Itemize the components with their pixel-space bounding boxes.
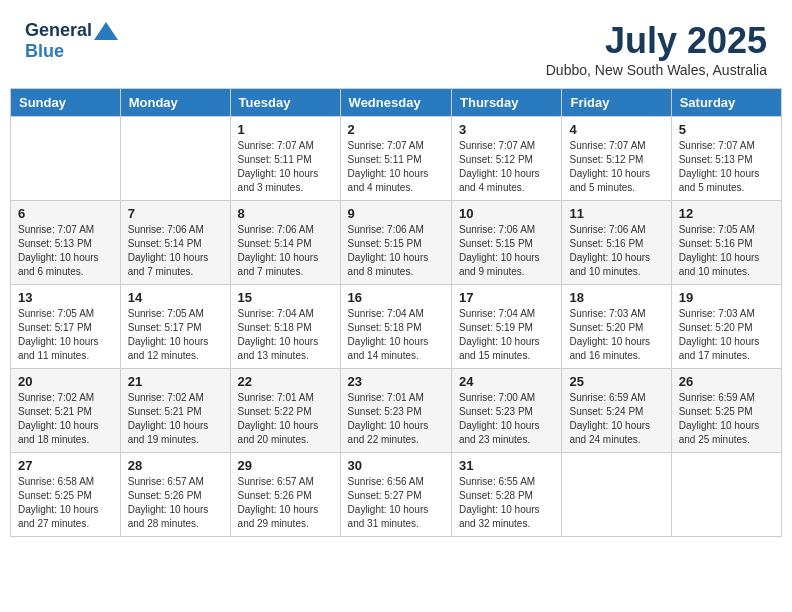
day-number: 10 [459,206,554,221]
day-info: Sunrise: 7:01 AM Sunset: 5:23 PM Dayligh… [348,391,444,447]
day-number: 8 [238,206,333,221]
logo: General Blue [25,20,118,62]
day-info: Sunrise: 6:56 AM Sunset: 5:27 PM Dayligh… [348,475,444,531]
header-thursday: Thursday [452,89,562,117]
calendar-cell [562,453,671,537]
calendar-cell: 10Sunrise: 7:06 AM Sunset: 5:15 PM Dayli… [452,201,562,285]
day-number: 3 [459,122,554,137]
day-info: Sunrise: 7:00 AM Sunset: 5:23 PM Dayligh… [459,391,554,447]
day-number: 19 [679,290,774,305]
calendar-cell: 29Sunrise: 6:57 AM Sunset: 5:26 PM Dayli… [230,453,340,537]
calendar-week-row: 6Sunrise: 7:07 AM Sunset: 5:13 PM Daylig… [11,201,782,285]
calendar-cell: 12Sunrise: 7:05 AM Sunset: 5:16 PM Dayli… [671,201,781,285]
day-info: Sunrise: 7:06 AM Sunset: 5:14 PM Dayligh… [128,223,223,279]
day-info: Sunrise: 7:03 AM Sunset: 5:20 PM Dayligh… [679,307,774,363]
calendar-cell: 13Sunrise: 7:05 AM Sunset: 5:17 PM Dayli… [11,285,121,369]
calendar-cell: 18Sunrise: 7:03 AM Sunset: 5:20 PM Dayli… [562,285,671,369]
month-title: July 2025 [546,20,767,62]
calendar-cell: 1Sunrise: 7:07 AM Sunset: 5:11 PM Daylig… [230,117,340,201]
calendar-cell: 14Sunrise: 7:05 AM Sunset: 5:17 PM Dayli… [120,285,230,369]
header-sunday: Sunday [11,89,121,117]
calendar-cell: 25Sunrise: 6:59 AM Sunset: 5:24 PM Dayli… [562,369,671,453]
calendar-cell: 28Sunrise: 6:57 AM Sunset: 5:26 PM Dayli… [120,453,230,537]
day-number: 29 [238,458,333,473]
calendar-cell: 17Sunrise: 7:04 AM Sunset: 5:19 PM Dayli… [452,285,562,369]
day-number: 23 [348,374,444,389]
calendar-week-row: 27Sunrise: 6:58 AM Sunset: 5:25 PM Dayli… [11,453,782,537]
header-saturday: Saturday [671,89,781,117]
day-number: 26 [679,374,774,389]
day-number: 11 [569,206,663,221]
day-number: 5 [679,122,774,137]
calendar-cell: 7Sunrise: 7:06 AM Sunset: 5:14 PM Daylig… [120,201,230,285]
day-number: 31 [459,458,554,473]
day-info: Sunrise: 7:05 AM Sunset: 5:17 PM Dayligh… [128,307,223,363]
day-number: 6 [18,206,113,221]
day-info: Sunrise: 7:02 AM Sunset: 5:21 PM Dayligh… [18,391,113,447]
day-info: Sunrise: 7:07 AM Sunset: 5:12 PM Dayligh… [459,139,554,195]
day-number: 18 [569,290,663,305]
day-number: 2 [348,122,444,137]
day-info: Sunrise: 6:55 AM Sunset: 5:28 PM Dayligh… [459,475,554,531]
svg-marker-0 [94,22,118,40]
day-number: 27 [18,458,113,473]
calendar-cell: 23Sunrise: 7:01 AM Sunset: 5:23 PM Dayli… [340,369,451,453]
day-info: Sunrise: 6:58 AM Sunset: 5:25 PM Dayligh… [18,475,113,531]
day-info: Sunrise: 6:59 AM Sunset: 5:25 PM Dayligh… [679,391,774,447]
header-tuesday: Tuesday [230,89,340,117]
day-number: 24 [459,374,554,389]
calendar-cell: 20Sunrise: 7:02 AM Sunset: 5:21 PM Dayli… [11,369,121,453]
calendar-cell: 6Sunrise: 7:07 AM Sunset: 5:13 PM Daylig… [11,201,121,285]
day-info: Sunrise: 6:57 AM Sunset: 5:26 PM Dayligh… [128,475,223,531]
day-info: Sunrise: 7:07 AM Sunset: 5:11 PM Dayligh… [238,139,333,195]
location-title: Dubbo, New South Wales, Australia [546,62,767,78]
day-number: 20 [18,374,113,389]
calendar-cell: 4Sunrise: 7:07 AM Sunset: 5:12 PM Daylig… [562,117,671,201]
day-info: Sunrise: 7:06 AM Sunset: 5:16 PM Dayligh… [569,223,663,279]
day-info: Sunrise: 7:03 AM Sunset: 5:20 PM Dayligh… [569,307,663,363]
calendar-table: Sunday Monday Tuesday Wednesday Thursday… [10,88,782,537]
calendar-week-row: 1Sunrise: 7:07 AM Sunset: 5:11 PM Daylig… [11,117,782,201]
title-area: July 2025 Dubbo, New South Wales, Austra… [546,20,767,78]
logo-icon [94,22,118,40]
day-info: Sunrise: 7:05 AM Sunset: 5:16 PM Dayligh… [679,223,774,279]
day-info: Sunrise: 7:01 AM Sunset: 5:22 PM Dayligh… [238,391,333,447]
day-number: 22 [238,374,333,389]
day-number: 21 [128,374,223,389]
calendar-cell: 21Sunrise: 7:02 AM Sunset: 5:21 PM Dayli… [120,369,230,453]
day-number: 14 [128,290,223,305]
calendar-cell: 5Sunrise: 7:07 AM Sunset: 5:13 PM Daylig… [671,117,781,201]
day-number: 15 [238,290,333,305]
day-number: 25 [569,374,663,389]
day-info: Sunrise: 7:07 AM Sunset: 5:13 PM Dayligh… [679,139,774,195]
header-wednesday: Wednesday [340,89,451,117]
day-number: 28 [128,458,223,473]
day-info: Sunrise: 7:07 AM Sunset: 5:11 PM Dayligh… [348,139,444,195]
day-info: Sunrise: 7:05 AM Sunset: 5:17 PM Dayligh… [18,307,113,363]
calendar-cell [120,117,230,201]
day-number: 17 [459,290,554,305]
day-info: Sunrise: 6:57 AM Sunset: 5:26 PM Dayligh… [238,475,333,531]
day-info: Sunrise: 7:06 AM Sunset: 5:15 PM Dayligh… [459,223,554,279]
day-info: Sunrise: 7:06 AM Sunset: 5:14 PM Dayligh… [238,223,333,279]
header: General Blue July 2025 Dubbo, New South … [10,10,782,83]
calendar-header-row: Sunday Monday Tuesday Wednesday Thursday… [11,89,782,117]
day-info: Sunrise: 7:02 AM Sunset: 5:21 PM Dayligh… [128,391,223,447]
day-info: Sunrise: 7:07 AM Sunset: 5:13 PM Dayligh… [18,223,113,279]
calendar-cell: 26Sunrise: 6:59 AM Sunset: 5:25 PM Dayli… [671,369,781,453]
calendar-week-row: 13Sunrise: 7:05 AM Sunset: 5:17 PM Dayli… [11,285,782,369]
calendar-cell: 27Sunrise: 6:58 AM Sunset: 5:25 PM Dayli… [11,453,121,537]
calendar-week-row: 20Sunrise: 7:02 AM Sunset: 5:21 PM Dayli… [11,369,782,453]
calendar-cell: 3Sunrise: 7:07 AM Sunset: 5:12 PM Daylig… [452,117,562,201]
calendar-cell: 15Sunrise: 7:04 AM Sunset: 5:18 PM Dayli… [230,285,340,369]
day-number: 13 [18,290,113,305]
calendar-cell: 8Sunrise: 7:06 AM Sunset: 5:14 PM Daylig… [230,201,340,285]
logo-blue-text: Blue [25,41,64,61]
day-info: Sunrise: 7:06 AM Sunset: 5:15 PM Dayligh… [348,223,444,279]
calendar-cell: 31Sunrise: 6:55 AM Sunset: 5:28 PM Dayli… [452,453,562,537]
header-monday: Monday [120,89,230,117]
day-number: 7 [128,206,223,221]
calendar-cell: 22Sunrise: 7:01 AM Sunset: 5:22 PM Dayli… [230,369,340,453]
calendar-cell [671,453,781,537]
day-info: Sunrise: 7:04 AM Sunset: 5:18 PM Dayligh… [238,307,333,363]
